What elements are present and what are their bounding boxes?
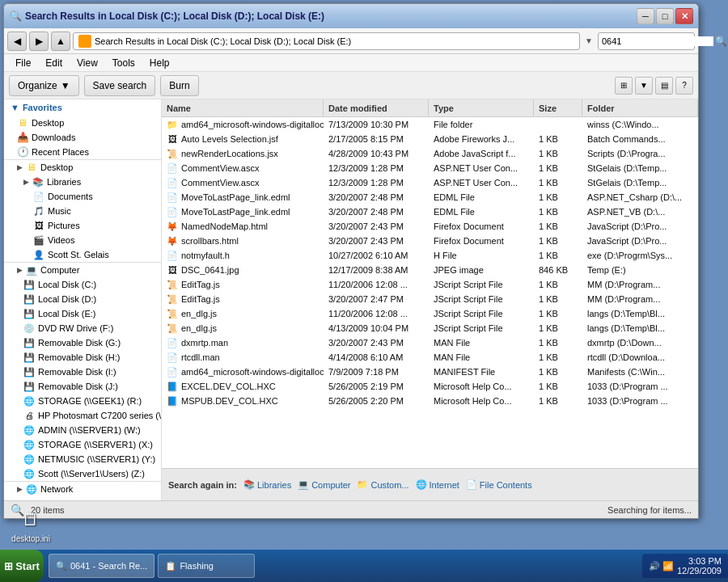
table-row[interactable]: 📄 rtcdll.man 4/14/2008 6:10 AM MAN File …: [162, 350, 698, 365]
close-button[interactable]: ✕: [675, 8, 693, 24]
sidebar-item-i[interactable]: 💾 Removable Disk (I:): [4, 365, 161, 379]
maximize-button[interactable]: □: [656, 8, 674, 24]
desktop-ini-label: desktop.ini: [11, 534, 50, 543]
search-input[interactable]: [602, 36, 713, 46]
sidebar-item-desktop[interactable]: 🖥 Desktop: [4, 116, 161, 130]
libraries-chevron: ▶: [23, 178, 29, 186]
sidebar-item-h[interactable]: 💾 Removable Disk (H:): [4, 350, 161, 365]
organize-button[interactable]: Organize ▼: [9, 75, 79, 96]
table-row[interactable]: 📜 en_dlg.js 4/13/2009 10:04 PM JScript S…: [162, 321, 698, 335]
file-folder: ASP.NET_VB (D:\...: [582, 205, 698, 219]
table-row[interactable]: 📄 CommentView.ascx 12/3/2009 1:28 PM ASP…: [162, 161, 698, 175]
back-button[interactable]: ◀: [7, 32, 27, 51]
save-search-button[interactable]: Save search: [84, 75, 156, 96]
menu-tools[interactable]: Tools: [106, 56, 142, 70]
sidebar-item-r[interactable]: 🌐 STORAGE (\\GEEK1) (R:): [4, 394, 161, 408]
table-row[interactable]: 📘 MSPUB.DEV_COL.HXC 5/26/2005 2:20 PM Mi…: [162, 394, 698, 408]
burn-button[interactable]: Burn: [160, 75, 198, 96]
file-date: 3/20/2007 2:43 PM: [324, 219, 429, 234]
sidebar-item-g[interactable]: 💾 Removable Disk (G:): [4, 335, 161, 350]
search-link-file-contents[interactable]: 📄 File Contents: [466, 479, 532, 490]
sidebar-item-e[interactable]: 💾 Local Disk (E:): [4, 306, 161, 321]
menu-file[interactable]: File: [9, 56, 37, 70]
sidebar-item-scott[interactable]: 👤 Scott St. Gelais: [4, 247, 161, 262]
file-type-icon: 📄: [167, 206, 178, 217]
desktop-ini-icon[interactable]: 🗒 desktop.ini: [6, 507, 55, 543]
table-row[interactable]: 📄 MoveToLastPage_link.edml 3/20/2007 2:4…: [162, 205, 698, 219]
address-arrow[interactable]: ▼: [582, 32, 595, 50]
table-row[interactable]: 📜 EditTag.js 3/20/2007 2:47 PM JScript S…: [162, 292, 698, 306]
menu-edit[interactable]: Edit: [39, 56, 69, 70]
col-header-date[interactable]: Date modified: [324, 99, 429, 116]
clock-date: 12/29/2009: [677, 566, 722, 576]
clock: 3:03 PM 12/29/2009: [677, 556, 722, 576]
table-row[interactable]: 🖼 Auto Levels Selection.jsf 2/17/2005 8:…: [162, 132, 698, 146]
file-date: 3/20/2007 2:48 PM: [324, 190, 429, 205]
forward-button[interactable]: ▶: [29, 32, 49, 51]
network-chevron: ▶: [17, 485, 23, 493]
file-type: Microsoft Help Co...: [429, 379, 534, 394]
favorites-header[interactable]: ▼ Favorites: [4, 99, 161, 116]
sidebar-item-pictures[interactable]: 🖼 Pictures: [4, 218, 161, 233]
search-link-libraries[interactable]: 📚 Libraries: [243, 479, 291, 490]
view-dropdown[interactable]: ▼: [635, 77, 653, 95]
up-button[interactable]: ▲: [51, 32, 70, 51]
menu-view[interactable]: View: [70, 56, 104, 70]
sidebar-item-y[interactable]: 🌐 NETMUSIC (\\SERVER1) (Y:): [4, 452, 161, 466]
file-folder: MM (D:\Program...: [582, 277, 698, 292]
sidebar-item-recent[interactable]: 🕐 Recent Places: [4, 145, 161, 159]
sidebar-item-videos[interactable]: 🎬 Videos: [4, 233, 161, 247]
sidebar-item-desktop-tree[interactable]: ▶ 🖥 Desktop: [4, 160, 161, 175]
table-row[interactable]: 🦊 NamedNodeMap.html 3/20/2007 2:43 PM Fi…: [162, 219, 698, 234]
table-row[interactable]: 📄 CommentView.ascx 12/3/2009 1:28 PM ASP…: [162, 175, 698, 190]
sidebar-item-d[interactable]: 💾 Local Disk (D:): [4, 292, 161, 306]
sidebar-item-x[interactable]: 🌐 STORAGE (\\SERVER1) (X:): [4, 437, 161, 452]
sidebar-item-z[interactable]: 🌐 Scott (\\Server1\Users) (Z:): [4, 466, 161, 481]
sidebar-item-printer[interactable]: 🖨 HP Photosmart C7200 series (\\192.168.…: [4, 408, 161, 423]
sidebar-item-documents[interactable]: 📄 Documents: [4, 189, 161, 204]
taskbar-search-btn[interactable]: 🔍 0641 - Search Re...: [49, 554, 154, 578]
address-field[interactable]: Search Results in Local Disk (C:); Local…: [73, 32, 580, 50]
scott-z-icon: 🌐: [23, 468, 35, 479]
sidebar-item-computer[interactable]: ▶ 💻 Computer: [4, 263, 161, 277]
downloads-icon: 📥: [17, 132, 28, 143]
file-type: MAN File: [429, 350, 534, 365]
minimize-button[interactable]: ─: [637, 8, 654, 24]
sidebar-item-music[interactable]: 🎵 Music: [4, 204, 161, 218]
search-computer-icon: 💻: [298, 479, 309, 490]
col-header-folder[interactable]: Folder: [582, 99, 698, 116]
search-link-custom[interactable]: 📁 Custom...: [357, 479, 408, 490]
sidebar-item-w[interactable]: 🌐 ADMIN (\\SERVER1) (W:): [4, 423, 161, 437]
taskbar-search-icon: 🔍: [56, 561, 67, 571]
table-row[interactable]: 🖼 DSC_0641.jpg 12/17/2009 8:38 AM JPEG i…: [162, 263, 698, 277]
sidebar-item-f[interactable]: 💿 DVD RW Drive (F:): [4, 321, 161, 335]
search-box[interactable]: 🔍: [598, 32, 695, 50]
preview-pane[interactable]: ▤: [655, 77, 673, 95]
help-button[interactable]: ?: [675, 77, 693, 95]
table-row[interactable]: 📜 newRenderLocations.jsx 4/28/2009 10:43…: [162, 146, 698, 161]
sidebar-item-j[interactable]: 💾 Removable Disk (J:): [4, 379, 161, 394]
start-button[interactable]: ⊞ Start: [0, 550, 44, 582]
sidebar-item-c[interactable]: 💾 Local Disk (C:): [4, 277, 161, 292]
sidebar-item-downloads[interactable]: 📥 Downloads: [4, 130, 161, 145]
sidebar-item-libraries[interactable]: ▶ 📚 Libraries: [4, 175, 161, 189]
col-header-size[interactable]: Size: [534, 99, 582, 116]
search-link-internet[interactable]: 🌐 Internet: [416, 479, 459, 490]
table-row[interactable]: 📄 dxmrtp.man 3/20/2007 2:43 PM MAN File …: [162, 335, 698, 350]
taskbar-flashing-btn[interactable]: 📋 Flashing: [158, 554, 255, 578]
table-row[interactable]: 📄 amd64_microsoft-windows-digitallocker.…: [162, 365, 698, 379]
view-btn-extra[interactable]: ⊞: [615, 77, 633, 95]
search-link-computer[interactable]: 💻 Computer: [298, 479, 350, 490]
table-row[interactable]: 📜 EditTag.js 11/20/2006 12:08 ... JScrip…: [162, 277, 698, 292]
table-row[interactable]: 📄 notmyfault.h 10/27/2002 6:10 AM H File…: [162, 248, 698, 263]
col-header-name[interactable]: Name: [162, 99, 324, 116]
table-row[interactable]: 📁 amd64_microsoft-windows-digitallocker.…: [162, 117, 698, 132]
sidebar-item-network[interactable]: ▶ 🌐 Network: [4, 482, 161, 496]
menu-help[interactable]: Help: [143, 56, 176, 70]
table-row[interactable]: 📄 MoveToLastPage_link.edml 3/20/2007 2:4…: [162, 190, 698, 205]
col-header-type[interactable]: Type: [429, 99, 534, 116]
table-row[interactable]: 📜 en_dlg.js 11/20/2006 12:08 ... JScript…: [162, 306, 698, 321]
table-row[interactable]: 🦊 scrollbars.html 3/20/2007 2:43 PM Fire…: [162, 234, 698, 248]
table-row[interactable]: 📘 EXCEL.DEV_COL.HXC 5/26/2005 2:19 PM Mi…: [162, 379, 698, 394]
file-type: ASP.NET User Con...: [429, 161, 534, 175]
